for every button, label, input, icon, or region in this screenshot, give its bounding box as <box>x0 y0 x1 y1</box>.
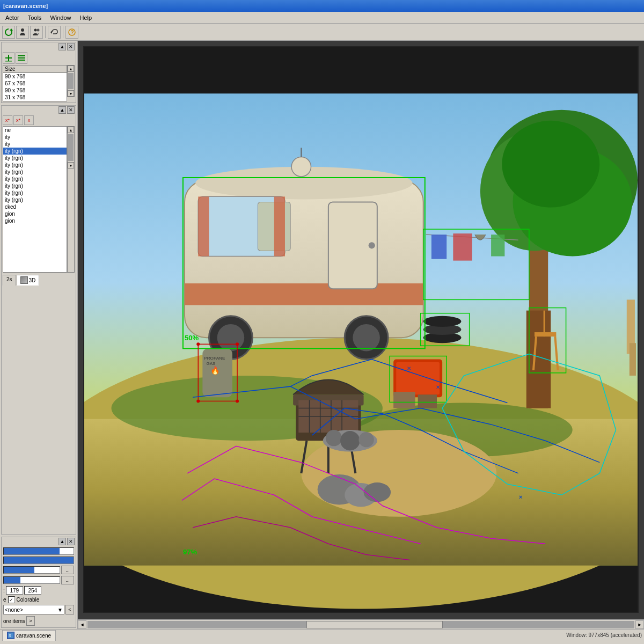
size-scroll-thumb[interactable] <box>68 73 74 89</box>
slider-2[interactable] <box>3 566 60 574</box>
prop-item-7[interactable]: ity (rgn) <box>3 175 67 182</box>
props-tools: x* x* x <box>2 114 76 126</box>
dropdown-prev-btn[interactable]: < <box>65 605 74 614</box>
refresh-button[interactable] <box>2 26 15 39</box>
h-scroll-right[interactable]: ► <box>635 620 644 629</box>
prop-item-11[interactable]: cked <box>3 203 67 210</box>
dropdown-row: <none> ▼ < <box>3 605 74 614</box>
props-panel-collapse[interactable]: ▲ <box>58 106 66 114</box>
actor-button[interactable] <box>16 26 29 39</box>
prop-item-13[interactable]: gion <box>3 217 67 224</box>
more-items-btn[interactable]: > <box>26 616 35 626</box>
prop-item-9[interactable]: ity (rgn) <box>3 189 67 196</box>
prop-item-12[interactable]: gion <box>3 210 67 217</box>
more-items-row: ore items > <box>3 616 74 626</box>
group-button[interactable] <box>30 26 43 39</box>
h-scrollbar[interactable]: ◄ ► <box>78 619 644 629</box>
menu-tools[interactable]: Tools <box>24 13 46 22</box>
scene-icon: S <box>7 632 14 639</box>
prop-item-10[interactable]: ity (rgn) <box>3 196 67 203</box>
size-list-container: Size 90 x 768 67 x 768 90 x 768 31 x 768… <box>2 65 76 103</box>
prop-x3-btn[interactable]: x <box>24 115 34 125</box>
prop-x2-btn[interactable]: x* <box>13 115 23 125</box>
mini-btn-0[interactable]: ... <box>61 566 74 574</box>
props-list: ne ity ity ity (rgn) ity (rgn) ity (rgn)… <box>3 126 67 273</box>
size-scroll-up[interactable]: ▲ <box>68 65 74 72</box>
props-panel-close[interactable]: ✕ <box>67 106 75 114</box>
svg-point-59 <box>364 482 391 502</box>
menu-window[interactable]: Window <box>46 13 75 22</box>
prop-item-8[interactable]: ity (rgn) <box>3 182 67 189</box>
slider-row-1 <box>3 557 74 564</box>
props-scroll-up[interactable]: ▲ <box>68 127 74 133</box>
canvas-viewport[interactable]: PROPANE GAS 🔥 <box>83 46 639 613</box>
props-scroll-thumb[interactable] <box>68 134 74 161</box>
svg-marker-4 <box>50 31 52 34</box>
color-val1-input[interactable] <box>6 586 23 595</box>
size-panel: ▲ ✕ Size 90 x 768 67 x 768 90 x 768 <box>1 42 76 103</box>
colorable-row: e ✓ Colorable <box>3 596 74 603</box>
toolbar: ? <box>0 24 644 41</box>
size-item-3[interactable]: 31 x 768 <box>3 94 67 101</box>
h-scroll-left[interactable]: ◄ <box>78 620 86 629</box>
svg-point-34 <box>353 324 380 352</box>
svg-rect-62 <box>453 233 472 261</box>
title-bar: [caravan.scene] <box>0 0 644 12</box>
undo-button[interactable] <box>48 26 61 39</box>
size-panel-collapse[interactable]: ▲ <box>58 43 66 50</box>
size-list-btn[interactable] <box>16 52 27 64</box>
tab-3d-label: 3D <box>29 277 36 283</box>
svg-rect-7 <box>18 55 25 56</box>
size-item-1[interactable]: 67 x 768 <box>3 80 67 87</box>
more-items-label: ore items <box>3 618 25 624</box>
slider-1[interactable] <box>3 557 74 564</box>
left-panel: ▲ ✕ Size 90 x 768 67 x 768 90 x 768 <box>0 41 78 629</box>
h-scroll-thumb[interactable] <box>306 621 443 628</box>
help-button[interactable]: ? <box>65 26 78 39</box>
size-item-2[interactable]: 90 x 768 <box>3 87 67 94</box>
prop-item-6[interactable]: ity (rgn) <box>3 169 67 175</box>
svg-rect-35 <box>198 196 209 256</box>
menu-actor[interactable]: Actor <box>1 13 24 22</box>
svg-point-66 <box>423 316 462 327</box>
prop-item-3[interactable]: ity (rgn) <box>3 148 67 155</box>
size-panel-close[interactable]: ✕ <box>67 43 75 50</box>
size-panel-header: ▲ ✕ <box>2 42 76 51</box>
slider-row-0 <box>3 547 74 555</box>
cube-icon <box>20 276 28 284</box>
size-panel-tools <box>2 51 76 65</box>
svg-text:S: S <box>9 634 11 638</box>
size-add-btn[interactable] <box>3 52 14 64</box>
svg-point-55 <box>340 431 360 450</box>
slider-0[interactable] <box>3 547 74 555</box>
props-scrollbar[interactable]: ▲ ▼ <box>67 126 75 273</box>
prop-item-1[interactable]: ity <box>3 134 67 141</box>
bottom-panel-collapse[interactable]: ▲ <box>58 538 66 545</box>
dropdown-select[interactable]: <none> ▼ <box>3 605 64 614</box>
prop-item-0[interactable]: ne <box>3 127 67 134</box>
scene-svg: PROPANE GAS 🔥 <box>84 47 638 612</box>
color-val2-input[interactable] <box>24 586 41 595</box>
slider-3[interactable] <box>3 576 60 584</box>
scene-tab[interactable]: S caravan.scene <box>2 630 56 641</box>
size-item-0[interactable]: 90 x 768 <box>3 73 67 80</box>
slider-row-3: ... <box>3 576 74 584</box>
prop-x-btn[interactable]: x* <box>3 115 12 125</box>
tab-3d[interactable]: 3D <box>17 275 40 286</box>
mini-btn-1[interactable]: ... <box>61 576 74 584</box>
tab-2s[interactable]: 2s <box>3 275 16 286</box>
prop-item-5[interactable]: ity (rgn) <box>3 162 67 169</box>
props-scroll-down[interactable]: ▼ <box>68 162 74 169</box>
bottom-panel-close[interactable]: ✕ <box>67 538 75 545</box>
colorable-checkbox[interactable]: ✓ <box>8 596 15 603</box>
svg-text:50%: 50% <box>185 334 199 342</box>
prop-item-4[interactable]: ity (rgn) <box>3 155 67 162</box>
svg-text:✕: ✕ <box>436 384 440 390</box>
props-tabs: 2s 3D <box>2 274 76 286</box>
size-scrollbar[interactable]: ▲ ▼ <box>67 65 75 97</box>
menu-help[interactable]: Help <box>76 13 97 22</box>
prop-item-2[interactable]: ity <box>3 141 67 148</box>
toolbar-separator <box>45 26 46 38</box>
size-scroll-down[interactable]: ▼ <box>68 90 74 97</box>
h-scroll-track[interactable] <box>87 621 634 628</box>
